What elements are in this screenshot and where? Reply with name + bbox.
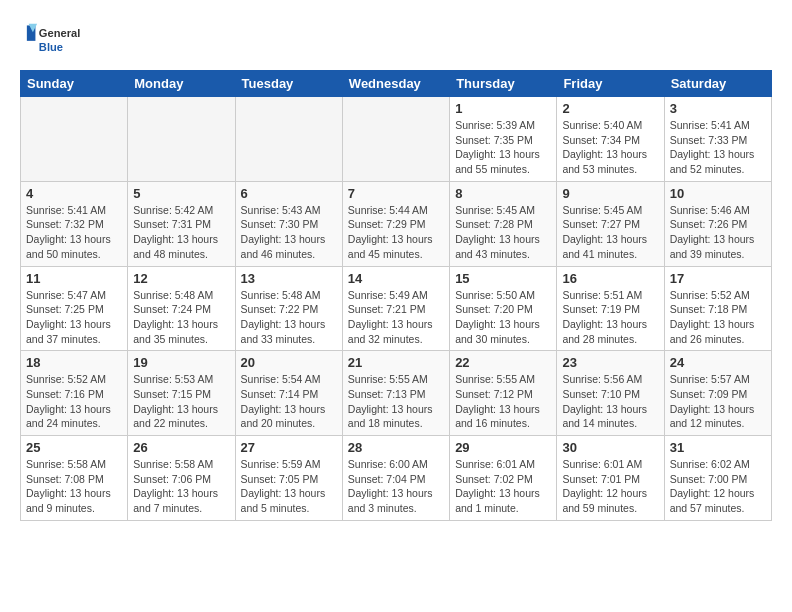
calendar-cell: 3Sunrise: 5:41 AMSunset: 7:33 PMDaylight… bbox=[664, 97, 771, 182]
weekday-header-monday: Monday bbox=[128, 71, 235, 97]
calendar-cell: 18Sunrise: 5:52 AMSunset: 7:16 PMDayligh… bbox=[21, 351, 128, 436]
day-info: Sunrise: 5:40 AMSunset: 7:34 PMDaylight:… bbox=[562, 118, 658, 177]
calendar-cell: 7Sunrise: 5:44 AMSunset: 7:29 PMDaylight… bbox=[342, 181, 449, 266]
day-info: Sunrise: 5:45 AMSunset: 7:28 PMDaylight:… bbox=[455, 203, 551, 262]
calendar-week-2: 4Sunrise: 5:41 AMSunset: 7:32 PMDaylight… bbox=[21, 181, 772, 266]
day-number: 20 bbox=[241, 355, 337, 370]
weekday-header-saturday: Saturday bbox=[664, 71, 771, 97]
day-info: Sunrise: 5:57 AMSunset: 7:09 PMDaylight:… bbox=[670, 372, 766, 431]
day-number: 8 bbox=[455, 186, 551, 201]
day-info: Sunrise: 5:49 AMSunset: 7:21 PMDaylight:… bbox=[348, 288, 444, 347]
calendar-cell: 5Sunrise: 5:42 AMSunset: 7:31 PMDaylight… bbox=[128, 181, 235, 266]
day-number: 17 bbox=[670, 271, 766, 286]
day-number: 2 bbox=[562, 101, 658, 116]
day-info: Sunrise: 5:43 AMSunset: 7:30 PMDaylight:… bbox=[241, 203, 337, 262]
day-info: Sunrise: 6:01 AMSunset: 7:02 PMDaylight:… bbox=[455, 457, 551, 516]
svg-text:Blue: Blue bbox=[39, 41, 63, 53]
weekday-header-wednesday: Wednesday bbox=[342, 71, 449, 97]
day-number: 29 bbox=[455, 440, 551, 455]
calendar-cell: 31Sunrise: 6:02 AMSunset: 7:00 PMDayligh… bbox=[664, 436, 771, 521]
calendar-cell: 26Sunrise: 5:58 AMSunset: 7:06 PMDayligh… bbox=[128, 436, 235, 521]
day-number: 25 bbox=[26, 440, 122, 455]
weekday-header-tuesday: Tuesday bbox=[235, 71, 342, 97]
day-info: Sunrise: 5:41 AMSunset: 7:33 PMDaylight:… bbox=[670, 118, 766, 177]
day-number: 27 bbox=[241, 440, 337, 455]
day-number: 1 bbox=[455, 101, 551, 116]
calendar-cell: 9Sunrise: 5:45 AMSunset: 7:27 PMDaylight… bbox=[557, 181, 664, 266]
calendar-cell: 11Sunrise: 5:47 AMSunset: 7:25 PMDayligh… bbox=[21, 266, 128, 351]
day-number: 9 bbox=[562, 186, 658, 201]
calendar-cell: 30Sunrise: 6:01 AMSunset: 7:01 PMDayligh… bbox=[557, 436, 664, 521]
calendar-cell: 8Sunrise: 5:45 AMSunset: 7:28 PMDaylight… bbox=[450, 181, 557, 266]
calendar-cell: 21Sunrise: 5:55 AMSunset: 7:13 PMDayligh… bbox=[342, 351, 449, 436]
day-number: 18 bbox=[26, 355, 122, 370]
day-number: 28 bbox=[348, 440, 444, 455]
logo-svg: General Blue bbox=[20, 20, 80, 60]
calendar-cell bbox=[342, 97, 449, 182]
day-number: 31 bbox=[670, 440, 766, 455]
day-info: Sunrise: 5:44 AMSunset: 7:29 PMDaylight:… bbox=[348, 203, 444, 262]
weekday-header-row: SundayMondayTuesdayWednesdayThursdayFrid… bbox=[21, 71, 772, 97]
calendar-week-5: 25Sunrise: 5:58 AMSunset: 7:08 PMDayligh… bbox=[21, 436, 772, 521]
day-number: 4 bbox=[26, 186, 122, 201]
calendar-cell: 22Sunrise: 5:55 AMSunset: 7:12 PMDayligh… bbox=[450, 351, 557, 436]
day-info: Sunrise: 5:51 AMSunset: 7:19 PMDaylight:… bbox=[562, 288, 658, 347]
day-info: Sunrise: 5:50 AMSunset: 7:20 PMDaylight:… bbox=[455, 288, 551, 347]
day-number: 15 bbox=[455, 271, 551, 286]
weekday-header-thursday: Thursday bbox=[450, 71, 557, 97]
day-info: Sunrise: 5:39 AMSunset: 7:35 PMDaylight:… bbox=[455, 118, 551, 177]
day-number: 10 bbox=[670, 186, 766, 201]
day-number: 19 bbox=[133, 355, 229, 370]
day-info: Sunrise: 5:58 AMSunset: 7:06 PMDaylight:… bbox=[133, 457, 229, 516]
calendar-cell: 4Sunrise: 5:41 AMSunset: 7:32 PMDaylight… bbox=[21, 181, 128, 266]
day-info: Sunrise: 5:52 AMSunset: 7:16 PMDaylight:… bbox=[26, 372, 122, 431]
day-number: 14 bbox=[348, 271, 444, 286]
day-info: Sunrise: 5:48 AMSunset: 7:24 PMDaylight:… bbox=[133, 288, 229, 347]
calendar-cell bbox=[235, 97, 342, 182]
day-number: 24 bbox=[670, 355, 766, 370]
day-info: Sunrise: 5:46 AMSunset: 7:26 PMDaylight:… bbox=[670, 203, 766, 262]
day-info: Sunrise: 5:48 AMSunset: 7:22 PMDaylight:… bbox=[241, 288, 337, 347]
svg-text:General: General bbox=[39, 27, 80, 39]
day-number: 12 bbox=[133, 271, 229, 286]
calendar-week-3: 11Sunrise: 5:47 AMSunset: 7:25 PMDayligh… bbox=[21, 266, 772, 351]
day-info: Sunrise: 5:52 AMSunset: 7:18 PMDaylight:… bbox=[670, 288, 766, 347]
day-info: Sunrise: 5:45 AMSunset: 7:27 PMDaylight:… bbox=[562, 203, 658, 262]
day-number: 23 bbox=[562, 355, 658, 370]
weekday-header-sunday: Sunday bbox=[21, 71, 128, 97]
calendar-cell: 6Sunrise: 5:43 AMSunset: 7:30 PMDaylight… bbox=[235, 181, 342, 266]
day-number: 26 bbox=[133, 440, 229, 455]
calendar-cell: 29Sunrise: 6:01 AMSunset: 7:02 PMDayligh… bbox=[450, 436, 557, 521]
day-info: Sunrise: 5:59 AMSunset: 7:05 PMDaylight:… bbox=[241, 457, 337, 516]
calendar-cell bbox=[128, 97, 235, 182]
calendar-week-1: 1Sunrise: 5:39 AMSunset: 7:35 PMDaylight… bbox=[21, 97, 772, 182]
day-info: Sunrise: 5:42 AMSunset: 7:31 PMDaylight:… bbox=[133, 203, 229, 262]
day-info: Sunrise: 5:47 AMSunset: 7:25 PMDaylight:… bbox=[26, 288, 122, 347]
calendar-table: SundayMondayTuesdayWednesdayThursdayFrid… bbox=[20, 70, 772, 521]
calendar-cell: 24Sunrise: 5:57 AMSunset: 7:09 PMDayligh… bbox=[664, 351, 771, 436]
logo: General Blue bbox=[20, 20, 80, 60]
day-number: 3 bbox=[670, 101, 766, 116]
day-info: Sunrise: 5:55 AMSunset: 7:13 PMDaylight:… bbox=[348, 372, 444, 431]
day-number: 13 bbox=[241, 271, 337, 286]
calendar-cell: 19Sunrise: 5:53 AMSunset: 7:15 PMDayligh… bbox=[128, 351, 235, 436]
day-info: Sunrise: 5:54 AMSunset: 7:14 PMDaylight:… bbox=[241, 372, 337, 431]
calendar-cell: 10Sunrise: 5:46 AMSunset: 7:26 PMDayligh… bbox=[664, 181, 771, 266]
day-info: Sunrise: 6:01 AMSunset: 7:01 PMDaylight:… bbox=[562, 457, 658, 516]
calendar-cell: 25Sunrise: 5:58 AMSunset: 7:08 PMDayligh… bbox=[21, 436, 128, 521]
day-number: 22 bbox=[455, 355, 551, 370]
calendar-cell: 1Sunrise: 5:39 AMSunset: 7:35 PMDaylight… bbox=[450, 97, 557, 182]
calendar-cell: 27Sunrise: 5:59 AMSunset: 7:05 PMDayligh… bbox=[235, 436, 342, 521]
calendar-cell: 16Sunrise: 5:51 AMSunset: 7:19 PMDayligh… bbox=[557, 266, 664, 351]
day-number: 21 bbox=[348, 355, 444, 370]
day-info: Sunrise: 5:41 AMSunset: 7:32 PMDaylight:… bbox=[26, 203, 122, 262]
calendar-cell: 14Sunrise: 5:49 AMSunset: 7:21 PMDayligh… bbox=[342, 266, 449, 351]
day-number: 11 bbox=[26, 271, 122, 286]
calendar-cell: 20Sunrise: 5:54 AMSunset: 7:14 PMDayligh… bbox=[235, 351, 342, 436]
day-info: Sunrise: 5:55 AMSunset: 7:12 PMDaylight:… bbox=[455, 372, 551, 431]
day-number: 5 bbox=[133, 186, 229, 201]
day-info: Sunrise: 5:53 AMSunset: 7:15 PMDaylight:… bbox=[133, 372, 229, 431]
calendar-cell: 15Sunrise: 5:50 AMSunset: 7:20 PMDayligh… bbox=[450, 266, 557, 351]
day-info: Sunrise: 5:56 AMSunset: 7:10 PMDaylight:… bbox=[562, 372, 658, 431]
page-header: General Blue bbox=[20, 20, 772, 60]
